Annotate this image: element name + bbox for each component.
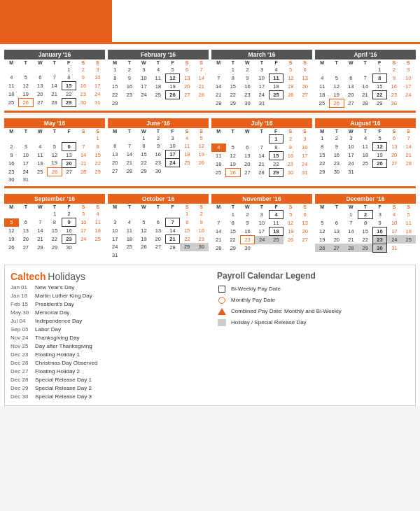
- month-header: November '16: [211, 194, 312, 204]
- holiday-date: Dec 30: [10, 393, 35, 400]
- holiday-item: Dec 30Special Release Day 3: [10, 393, 203, 400]
- legend-icon-gray: [217, 318, 227, 327]
- month-header: August '16: [315, 118, 416, 128]
- holiday-date: Dec 28: [10, 377, 35, 383]
- year-label: [0, 0, 112, 42]
- legend-label: Monthly Pay Date: [231, 297, 275, 303]
- legend-icon-box: [217, 285, 227, 293]
- legend-title: Payroll Calendar Legend: [217, 271, 410, 281]
- month-block-4: May '16MTWTFSS12345678910111213141516171…: [4, 118, 105, 183]
- holiday-date: Nov 25: [10, 343, 35, 349]
- month-header: January '16: [4, 50, 105, 59]
- holidays-title: Caltech Holidays: [10, 271, 203, 282]
- calendar-grid-row1: January '16MTWTFSS1234567891011121314151…: [0, 46, 420, 109]
- holiday-date: Dec 26: [10, 360, 35, 366]
- holiday-item: Nov 25Day after Thanksgiving: [10, 343, 203, 349]
- holiday-date: Nov 24: [10, 335, 35, 341]
- month-header: December '16: [315, 194, 416, 204]
- month-header: February '16: [108, 50, 209, 59]
- month-block-0: January '16MTWTFSS1234567891011121314151…: [4, 50, 105, 108]
- legend-item: Monthly Pay Date: [217, 296, 410, 304]
- header: [0, 0, 420, 42]
- holiday-date: Jan 18: [10, 293, 35, 299]
- holiday-name: Martin Luther King Day: [35, 293, 92, 299]
- holiday-item: Jan 01New Year's Day: [10, 284, 203, 290]
- page: January '16MTWTFSS1234567891011121314151…: [0, 0, 420, 406]
- legend-label: Combined Pay Date: Monthly and Bi-Weekly: [231, 308, 342, 314]
- holiday-name: Memorial Day: [35, 309, 69, 316]
- holiday-date: Feb 15: [10, 301, 35, 307]
- holiday-item: Dec 29Special Release Day 2: [10, 385, 203, 391]
- month-block-9: October '16MTWTFSS1234567891011121314151…: [108, 194, 209, 259]
- month-block-7: August '16MTWTFSS12345678910111213141516…: [315, 118, 416, 183]
- month-block-11: December '16MTWTFSS123455678910111213141…: [315, 194, 416, 259]
- month-block-5: June '16MTWTFSS1234567891011121314151617…: [108, 118, 209, 183]
- holidays-column: Caltech Holidays Jan 01New Year's DayJan…: [10, 271, 210, 400]
- month-header: May '16: [4, 118, 105, 128]
- holiday-name: New Year's Day: [35, 284, 74, 290]
- holiday-name: Special Release Day 1: [35, 377, 92, 383]
- holiday-name: Thanksgiving Day: [35, 335, 80, 341]
- holiday-item: May 30Memorial Day: [10, 309, 203, 316]
- legend-label: Bi-Weekly Pay Date: [231, 286, 281, 292]
- legend-icon-circle: [217, 296, 227, 304]
- month-block-10: November '16MTWTFSS123456789101112131415…: [211, 194, 312, 259]
- holiday-item: Jan 18Martin Luther King Day: [10, 293, 203, 299]
- holiday-item: Jul 04Independence Day: [10, 318, 203, 324]
- header-separator: [0, 42, 420, 44]
- holidays-rest: Holidays: [48, 271, 85, 282]
- month-block-1: February '16MTWTFSS123456789101112131415…: [108, 50, 209, 108]
- month-header: March '16: [211, 50, 312, 59]
- holiday-item: Dec 26Christmas Day Observed: [10, 360, 203, 366]
- holiday-name: Floating Holiday 1: [35, 351, 80, 358]
- holiday-name: Independence Day: [35, 318, 82, 324]
- holiday-name: Special Release Day 2: [35, 385, 92, 391]
- holiday-date: Sep 05: [10, 326, 35, 332]
- legend-column: Payroll Calendar Legend Bi-Weekly Pay Da…: [210, 271, 410, 400]
- legend-list: Bi-Weekly Pay DateMonthly Pay DateCombin…: [217, 285, 410, 327]
- month-header: September '16: [4, 194, 105, 204]
- holiday-date: Dec 29: [10, 385, 35, 391]
- holiday-item: Dec 23Floating Holiday 1: [10, 351, 203, 358]
- holiday-date: Jul 04: [10, 318, 35, 324]
- holiday-name: Special Release Day 3: [35, 393, 92, 400]
- bottom-section: Caltech Holidays Jan 01New Year's DayJan…: [4, 265, 416, 406]
- calendar-grid-row2: May '16MTWTFSS12345678910111213141516171…: [0, 114, 420, 185]
- holiday-name: Floating Holiday 2: [35, 368, 80, 374]
- holiday-name: Christmas Day Observed: [35, 360, 97, 366]
- calendar-grid-row3: September '16MTWTFSS12345678910111213141…: [0, 190, 420, 260]
- holiday-item: Sep 05Labor Day: [10, 326, 203, 332]
- legend-icon-triangle: [217, 307, 227, 316]
- legend-item: Combined Pay Date: Monthly and Bi-Weekly: [217, 307, 410, 316]
- holiday-name: President's Day: [35, 301, 74, 307]
- month-header: July '16: [211, 118, 312, 128]
- holiday-item: Dec 28Special Release Day 1: [10, 377, 203, 383]
- holiday-name: Labor Day: [35, 326, 61, 332]
- legend-item: Bi-Weekly Pay Date: [217, 285, 410, 293]
- header-title: [112, 0, 420, 42]
- holiday-date: Dec 27: [10, 368, 35, 374]
- month-block-3: April '16MTWTFSS123456789101112131415161…: [315, 50, 416, 108]
- holidays-list: Jan 01New Year's DayJan 18Martin Luther …: [10, 284, 203, 400]
- holiday-item: Feb 15President's Day: [10, 301, 203, 307]
- holiday-item: Nov 24Thanksgiving Day: [10, 335, 203, 341]
- holiday-date: Jan 01: [10, 284, 35, 290]
- holiday-date: Dec 23: [10, 351, 35, 358]
- holiday-name: Day after Thanksgiving: [35, 343, 92, 349]
- legend-item: Holiday / Special Release Day: [217, 318, 410, 327]
- holidays-brand: Caltech: [10, 271, 46, 282]
- month-block-2: March '16MTWTFSS123456789101112131415161…: [211, 50, 312, 108]
- holiday-date: May 30: [10, 309, 35, 316]
- row-separator-2: [4, 186, 416, 188]
- holiday-item: Dec 27Floating Holiday 2: [10, 368, 203, 374]
- row-separator-1: [4, 111, 416, 113]
- month-header: April '16: [315, 50, 416, 59]
- month-block-8: September '16MTWTFSS12345678910111213141…: [4, 194, 105, 259]
- month-block-6: July '16MTWTFSS1234567891011121314151617…: [211, 118, 312, 183]
- legend-label: Holiday / Special Release Day: [231, 319, 307, 326]
- month-header: June '16: [108, 118, 209, 128]
- month-header: October '16: [108, 194, 209, 204]
